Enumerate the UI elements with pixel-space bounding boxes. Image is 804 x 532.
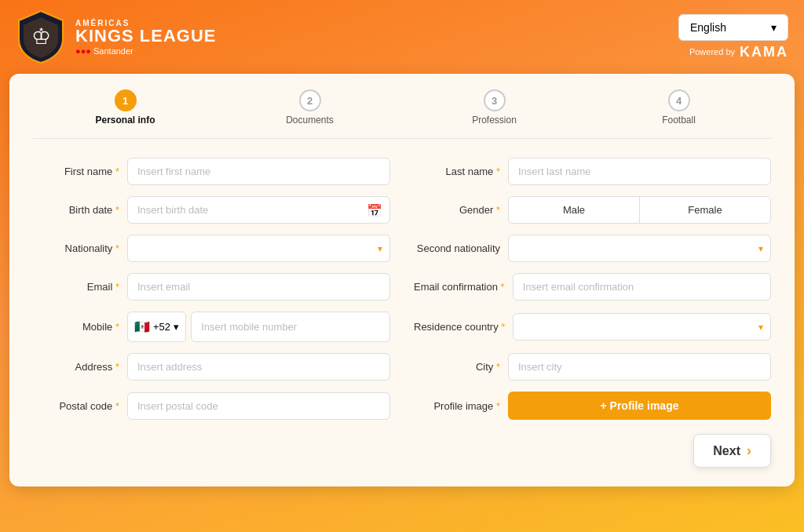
svg-text:♔: ♔ <box>31 24 51 49</box>
gender-field: Gender * Male Female <box>414 196 771 224</box>
profile-image-field: Profile image * + Profile image <box>414 392 771 420</box>
language-dropdown[interactable]: English ▾ <box>678 14 788 41</box>
residence-country-input-wrapper: ▾ <box>513 313 771 341</box>
address-input-wrapper <box>127 353 390 381</box>
postal-code-label: Postal code * <box>33 400 119 412</box>
step-4-label: Football <box>662 115 696 126</box>
city-input[interactable] <box>508 353 771 381</box>
second-nationality-select[interactable] <box>508 235 771 262</box>
email-confirmation-input[interactable] <box>513 273 771 301</box>
next-label: Next <box>713 444 740 458</box>
country-code-chevron-icon: ▾ <box>174 321 179 333</box>
country-code-selector[interactable]: 🇲🇽 +52 ▾ <box>127 312 186 342</box>
bottom-bar: Next › <box>33 434 771 468</box>
step-2[interactable]: 2 Documents <box>217 89 402 126</box>
email-confirmation-label: Email confirmation * <box>414 281 505 293</box>
last-name-input[interactable] <box>508 158 771 185</box>
address-input[interactable] <box>127 353 390 381</box>
nationality-field: Nationality * ▾ <box>33 235 390 262</box>
header: ♔ AMÉRICAS KINGS LEAGUE ●●● Santander En… <box>0 0 804 74</box>
email-label: Email * <box>33 281 119 293</box>
logo-area: ♔ AMÉRICAS KINGS LEAGUE ●●● Santander <box>16 9 216 64</box>
mobile-label: Mobile * <box>33 321 119 333</box>
santander-label: ●●● Santander <box>75 46 216 56</box>
kama-logo: KAMA <box>740 44 788 60</box>
next-button[interactable]: Next › <box>693 434 771 468</box>
mobile-field: Mobile * 🇲🇽 +52 ▾ <box>33 312 390 342</box>
email-input[interactable] <box>127 273 390 301</box>
mobile-input-wrapper: 🇲🇽 +52 ▾ <box>127 312 390 342</box>
form-grid: First name * Last name * Birth date * <box>33 158 771 420</box>
city-label: City * <box>414 361 500 373</box>
next-chevron-icon: › <box>747 443 751 459</box>
step-4[interactable]: 4 Football <box>587 89 771 126</box>
step-1-circle: 1 <box>115 89 137 111</box>
kings-league-label: KINGS LEAGUE <box>75 27 216 45</box>
language-value: English <box>690 21 726 34</box>
first-name-input[interactable] <box>127 158 390 185</box>
second-nationality-input-wrapper: ▾ <box>508 235 771 262</box>
address-label: Address * <box>33 361 119 373</box>
nationality-label: Nationality * <box>33 242 119 254</box>
nationality-select[interactable] <box>127 235 390 262</box>
nationality-input-wrapper: ▾ <box>127 235 390 262</box>
gender-label: Gender * <box>414 204 500 216</box>
first-name-input-wrapper <box>127 158 390 185</box>
email-confirmation-input-wrapper <box>513 273 771 301</box>
birth-date-field: Birth date * 📅 <box>33 196 390 224</box>
kings-league-logo: ♔ <box>16 9 66 64</box>
powered-by: Powered by KAMA <box>689 44 788 60</box>
logo-text: AMÉRICAS KINGS LEAGUE ●●● Santander <box>75 19 216 56</box>
residence-country-select[interactable] <box>513 313 771 341</box>
gender-male-button[interactable]: Male <box>509 197 640 223</box>
second-nationality-label: Second nationality <box>414 242 500 254</box>
birth-date-input-wrapper: 📅 <box>127 196 390 224</box>
residence-country-field: Residence country * ▾ <box>414 312 771 342</box>
postal-code-field: Postal code * <box>33 392 390 420</box>
residence-country-label: Residence country * <box>414 321 505 333</box>
gender-toggle: Male Female <box>508 196 771 224</box>
second-nationality-field: Second nationality ▾ <box>414 235 771 262</box>
birth-date-label: Birth date * <box>33 204 119 216</box>
profile-image-input-wrapper: + Profile image <box>508 392 771 420</box>
last-name-input-wrapper <box>508 158 771 185</box>
gender-female-button[interactable]: Female <box>640 197 770 223</box>
step-2-circle: 2 <box>299 89 321 111</box>
gender-input-wrapper: Male Female <box>508 196 771 224</box>
step-1-label: Personal info <box>95 115 155 126</box>
birth-date-input[interactable] <box>127 196 390 224</box>
address-field: Address * <box>33 353 390 381</box>
email-confirmation-field: Email confirmation * <box>414 273 771 301</box>
step-3[interactable]: 3 Profession <box>402 89 587 126</box>
form-card: 1 Personal info 2 Documents 3 Profession… <box>9 74 795 486</box>
mobile-number-input[interactable] <box>191 312 390 342</box>
country-flag: 🇲🇽 <box>134 319 150 334</box>
step-1[interactable]: 1 Personal info <box>33 89 217 126</box>
first-name-field: First name * <box>33 158 390 185</box>
country-code-value: +52 <box>153 321 170 333</box>
first-name-label: First name * <box>33 166 119 177</box>
step-3-circle: 3 <box>484 89 506 111</box>
powered-by-label: Powered by <box>689 47 735 56</box>
email-field: Email * <box>33 273 390 301</box>
profile-image-label: Profile image * <box>414 400 500 412</box>
postal-code-input-wrapper <box>127 392 390 420</box>
last-name-field: Last name * <box>414 158 771 185</box>
profile-image-button[interactable]: + Profile image <box>508 392 771 420</box>
steps-bar: 1 Personal info 2 Documents 3 Profession… <box>33 89 771 139</box>
chevron-down-icon: ▾ <box>771 21 777 34</box>
city-field: City * <box>414 353 771 381</box>
email-input-wrapper <box>127 273 390 301</box>
step-2-label: Documents <box>286 115 334 126</box>
header-right: English ▾ Powered by KAMA <box>678 14 788 60</box>
last-name-label: Last name * <box>414 166 500 177</box>
step-3-label: Profession <box>472 115 517 126</box>
postal-code-input[interactable] <box>127 392 390 420</box>
city-input-wrapper <box>508 353 771 381</box>
step-4-circle: 4 <box>668 89 690 111</box>
